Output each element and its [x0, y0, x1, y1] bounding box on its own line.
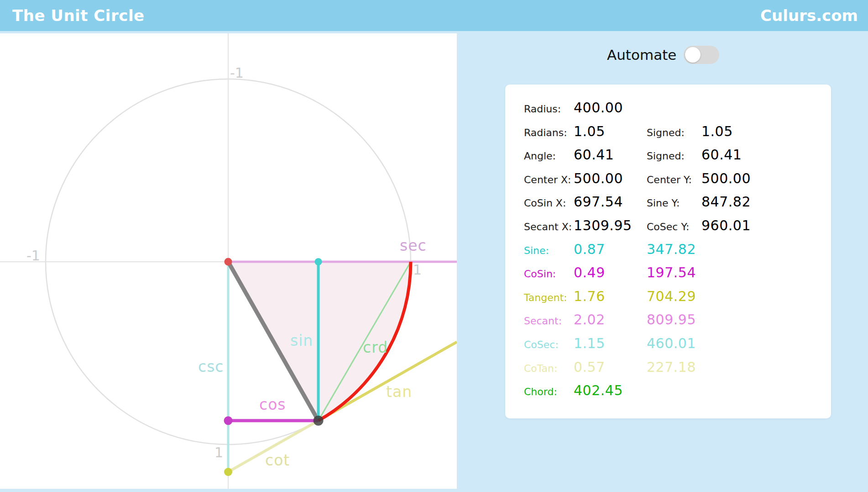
row-value: 0.87 — [574, 241, 647, 257]
row-label: Radius: — [524, 103, 574, 115]
row-value: 847.82 — [701, 194, 831, 210]
unit-circle-canvas[interactable]: -1 -1 1 1 sec sin crd csc cos tan cot — [0, 33, 457, 489]
sine-top-dot — [315, 258, 322, 265]
panel-row: Secant:2.02809.95 — [524, 312, 831, 335]
sec-label: sec — [400, 237, 427, 254]
cos-label: cos — [259, 396, 286, 413]
row-label: CoSec Y: — [647, 221, 701, 233]
row-value: 1.76 — [574, 288, 647, 304]
row-value: 1.05 — [574, 123, 647, 139]
row-value: 704.29 — [647, 288, 831, 304]
panel-row: Chord:402.45 — [524, 382, 831, 406]
row-value: 197.54 — [647, 265, 831, 280]
row-label: Secant X: — [524, 221, 574, 233]
row-label: Chord: — [524, 386, 574, 397]
row-value: 697.54 — [574, 194, 647, 210]
panel-row: Tangent:1.76704.29 — [524, 288, 831, 312]
panel-row: Angle:60.41Signed:60.41 — [524, 147, 831, 170]
sin-label: sin — [290, 332, 313, 349]
tan-label: tan — [386, 383, 412, 401]
app-header: The Unit Circle Culurs.com — [0, 0, 868, 31]
panel-row: CoSin X:697.54Sine Y:847.82 — [524, 194, 831, 217]
row-label: CoSin X: — [524, 197, 574, 209]
axis-label-bottom: 1 — [214, 444, 223, 460]
row-value: 809.95 — [647, 312, 831, 328]
panel-row: Secant X:1309.95CoSec Y:960.01 — [524, 217, 831, 241]
row-value: 1309.95 — [574, 217, 647, 233]
panel-rows: Radius:400.00Radians:1.05Signed:1.05Angl… — [524, 100, 831, 406]
row-value: 400.00 — [574, 100, 647, 116]
row-label: CoTan: — [524, 363, 574, 374]
row-value: 0.49 — [574, 265, 647, 280]
row-label: Signed: — [647, 127, 701, 138]
panel-row: Radius:400.00 — [524, 100, 831, 123]
row-label: Secant: — [524, 315, 574, 327]
row-value: 60.41 — [574, 147, 647, 163]
cosecant-dot — [224, 468, 232, 476]
angle-point-handle[interactable] — [314, 416, 324, 426]
values-card: Radius:400.00Radians:1.05Signed:1.05Angl… — [505, 85, 831, 418]
row-value: 1.05 — [701, 123, 831, 139]
panel-row: CoSin:0.49197.54 — [524, 265, 831, 288]
row-label: Center Y: — [647, 174, 701, 185]
axis-label-top: -1 — [230, 65, 244, 81]
csc-label: csc — [198, 358, 224, 376]
toggle-knob-icon — [685, 47, 701, 63]
axis-label-left: -1 — [26, 248, 40, 264]
row-label: Tangent: — [524, 292, 574, 303]
row-value: 1.15 — [574, 335, 647, 351]
cosine-dot — [224, 416, 233, 425]
row-value: 60.41 — [701, 147, 831, 163]
panel-row: CoSec:1.15460.01 — [524, 335, 831, 359]
row-label: CoSec: — [524, 339, 574, 350]
row-label: Signed: — [647, 150, 701, 162]
row-value: 347.82 — [647, 241, 831, 257]
brand-link[interactable]: Culurs.com — [760, 6, 858, 25]
row-value: 0.57 — [574, 359, 647, 375]
row-value: 2.02 — [574, 312, 647, 328]
cot-label: cot — [265, 451, 290, 469]
row-label: CoSin: — [524, 268, 574, 280]
row-value: 460.01 — [647, 335, 831, 351]
row-label: Center X: — [524, 174, 574, 185]
automate-control: Automate — [607, 46, 719, 64]
panel-row: Sine:0.87347.82 — [524, 241, 831, 265]
crd-label: crd — [363, 339, 388, 356]
automate-label: Automate — [607, 47, 676, 63]
panel-row: CoTan:0.57227.18 — [524, 359, 831, 383]
panel-row: Center X:500.00Center Y:500.00 — [524, 170, 831, 194]
row-label: Radians: — [524, 127, 574, 138]
axis-label-right: 1 — [413, 262, 422, 278]
row-label: Sine: — [524, 245, 574, 256]
row-value: 500.00 — [701, 170, 831, 186]
row-value: 500.00 — [574, 170, 647, 186]
row-label: Sine Y: — [647, 197, 701, 209]
row-value: 960.01 — [701, 217, 831, 233]
row-value: 227.18 — [647, 359, 831, 375]
automate-toggle[interactable] — [684, 46, 719, 64]
row-value: 402.45 — [574, 382, 647, 398]
panel-row: Radians:1.05Signed:1.05 — [524, 123, 831, 147]
center-dot — [225, 258, 232, 266]
row-label: Angle: — [524, 150, 574, 162]
page-title: The Unit Circle — [12, 6, 145, 25]
